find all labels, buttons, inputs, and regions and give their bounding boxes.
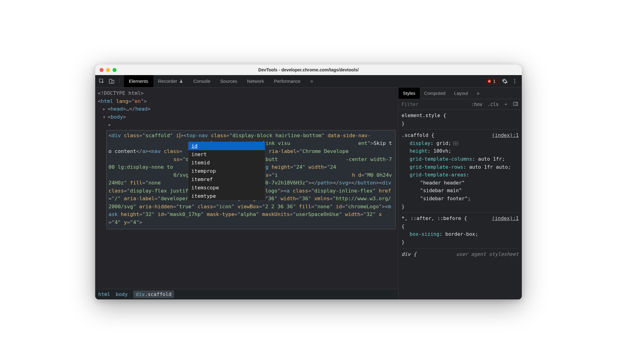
body-child-arrow[interactable]: ▸ xyxy=(98,121,396,129)
autocomplete-item[interactable]: itemref xyxy=(188,175,265,184)
doctype-line: <!DOCTYPE html> xyxy=(98,89,396,97)
svg-rect-2 xyxy=(112,80,114,83)
autocomplete-item[interactable]: itemid xyxy=(188,159,265,167)
flask-icon xyxy=(179,79,183,83)
styles-panel: Styles Computed Layout » :hov .cls ＋ ele… xyxy=(398,87,522,299)
styles-rules[interactable]: element.style { } (index):1 .scaffold { … xyxy=(398,110,522,299)
tab-layout[interactable]: Layout xyxy=(450,87,472,99)
source-link[interactable]: (index):1 xyxy=(492,131,519,139)
crumb-active[interactable]: div.scaffold xyxy=(133,290,174,298)
inspect-icon[interactable] xyxy=(98,78,105,85)
more-icon[interactable] xyxy=(511,78,518,85)
window-title: DevTools - developer.chrome.com/tags/dev… xyxy=(95,67,522,72)
autocomplete-item[interactable]: itemtype xyxy=(188,192,265,200)
autocomplete-popup: id inert itemid itemprop itemref itemsco… xyxy=(188,142,265,201)
hov-button[interactable]: :hov xyxy=(470,101,484,108)
html-open-line[interactable]: <html lang="en"> xyxy=(98,97,396,105)
new-rule-icon[interactable]: ＋ xyxy=(502,101,509,108)
device-mode-icon[interactable] xyxy=(108,78,115,85)
svg-rect-7 xyxy=(513,102,517,105)
svg-point-4 xyxy=(514,79,515,80)
tab-computed[interactable]: Computed xyxy=(420,87,450,99)
autocomplete-item[interactable]: itemscope xyxy=(188,184,265,192)
separator xyxy=(119,78,120,85)
text-cursor xyxy=(180,133,180,138)
tab-styles[interactable]: Styles xyxy=(398,87,420,99)
cls-button[interactable]: .cls xyxy=(486,101,500,108)
titlebar: DevTools - developer.chrome.com/tags/dev… xyxy=(95,65,522,75)
tab-network[interactable]: Network xyxy=(242,75,269,87)
tab-sources[interactable]: Sources xyxy=(215,75,242,87)
svg-point-5 xyxy=(514,81,515,82)
autocomplete-item[interactable]: id xyxy=(188,142,265,150)
svg-rect-1 xyxy=(109,79,112,83)
tab-elements[interactable]: Elements xyxy=(124,75,153,87)
devtools-window: DevTools - developer.chrome.com/tags/dev… xyxy=(95,65,522,299)
error-icon xyxy=(487,79,491,83)
body-line[interactable]: ▾<body> xyxy=(98,113,396,121)
styles-filter-input[interactable] xyxy=(401,101,468,108)
ua-stylesheet-label: user agent stylesheet xyxy=(456,250,519,258)
tab-recorder[interactable]: Recorder xyxy=(153,75,189,87)
head-line[interactable]: ▸<head>…</head> xyxy=(98,105,396,113)
panel-tabs: Elements Recorder Console Sources Networ… xyxy=(124,75,318,87)
autocomplete-item[interactable]: itemprop xyxy=(188,167,265,175)
crumb-body[interactable]: body xyxy=(116,291,128,297)
source-link[interactable]: (index):1 xyxy=(492,214,519,222)
panes: <!DOCTYPE html> <html lang="en"> ▸<head>… xyxy=(95,87,522,299)
tab-performance[interactable]: Performance xyxy=(269,75,305,87)
styles-tabs: Styles Computed Layout » xyxy=(398,87,522,99)
crumb-html[interactable]: html xyxy=(98,291,110,297)
error-count: 1 xyxy=(493,79,496,84)
breadcrumb: html body div.scaffold xyxy=(95,289,398,299)
styles-tabs-overflow-icon[interactable]: » xyxy=(472,87,484,99)
settings-icon[interactable] xyxy=(501,78,508,85)
main-toolbar: Elements Recorder Console Sources Networ… xyxy=(95,75,522,87)
svg-point-6 xyxy=(514,82,515,83)
error-badge[interactable]: 1 xyxy=(486,78,498,84)
autocomplete-item[interactable]: inert xyxy=(188,150,265,159)
sidebar-toggle-icon[interactable] xyxy=(512,101,519,108)
styles-filter-bar: :hov .cls ＋ xyxy=(398,99,522,110)
tabs-overflow-icon[interactable]: » xyxy=(305,75,318,87)
tab-console[interactable]: Console xyxy=(188,75,215,87)
grid-swatch-icon[interactable] xyxy=(453,142,458,145)
elements-panel: <!DOCTYPE html> <html lang="en"> ▸<head>… xyxy=(95,87,398,299)
